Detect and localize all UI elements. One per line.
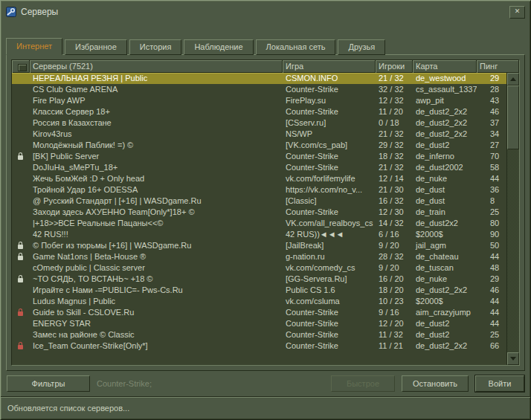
server-row[interactable]: Тройной Удар 16+ ODESSA https://vk.com/n… — [12, 184, 506, 196]
server-row[interactable]: CS Club Game ARENA Counter-Strike 32 / 3… — [12, 84, 506, 95]
server-row[interactable]: Fire Play AWP FirePlay.su 12 / 32 awp_pi… — [12, 95, 506, 106]
server-map: de_dust2_2x2 — [413, 340, 477, 352]
server-name: ~ТО СЯДЬ, ТО ВСТАНЬ~ +18 © — [30, 274, 283, 285]
server-game: VK.com/all_realboys_cs — [283, 218, 376, 229]
server-row[interactable]: |+18>>ВСЕ Реальные Пацаны<<© VK.com/all_… — [12, 218, 506, 229]
server-map: aim_crazyjump — [413, 307, 477, 318]
server-players: 18 / 32 — [376, 151, 413, 162]
server-name: Ludus Magnus | Public — [30, 296, 283, 307]
tab-friends[interactable]: Друзья — [338, 39, 385, 55]
server-ping: 34 — [477, 129, 506, 140]
server-map: de_inferno — [413, 151, 477, 162]
server-map: de_chateau — [413, 251, 477, 262]
server-name: Играйте с Нами -=PUBLIC=- Pws-Cs.Ru — [30, 285, 283, 296]
column-header-servers[interactable]: Серверы (7521) — [30, 60, 283, 73]
server-row[interactable]: Играйте с Нами -=PUBLIC=- Pws-Cs.Ru Publ… — [12, 285, 506, 296]
server-row[interactable]: Россия в Казахстане [CSserv.ru] 0 / 18 d… — [12, 117, 506, 129]
tab-favorites[interactable]: Избранное — [65, 39, 127, 55]
server-row[interactable]: НЕРЕАЛЬНАЯ РЕЗНЯ | Public CSMON.INFO 21 … — [12, 73, 506, 84]
server-row[interactable]: 42 RUS!!! 42 RUS))◄◄◄ 6 / 16 $2000$ 90 — [12, 229, 506, 240]
server-map: de_dust2_2x2 — [413, 285, 477, 296]
server-row[interactable]: Kirov43rus NS/WP 21 / 32 de_dust2_2x2 34 — [12, 129, 506, 140]
server-ping: 58 — [477, 162, 506, 173]
server-game: Counter-Strike — [283, 340, 376, 352]
tab-internet[interactable]: Интернет — [6, 38, 62, 55]
server-map: de_dust2 — [413, 329, 477, 340]
column-header-game[interactable]: Игра — [283, 60, 376, 73]
column-header-icons[interactable] — [12, 60, 30, 73]
server-game: FirePlay.su — [283, 95, 376, 106]
server-map: de_train — [413, 207, 477, 218]
server-ping: 44 — [477, 173, 506, 184]
server-players: 21 / 32 — [376, 162, 413, 173]
server-row[interactable]: ENERGY STAR Counter-Strike 12 / 20 de_du… — [12, 318, 506, 329]
server-row[interactable]: Guide to Skill - CSLOVE.Ru Counter-Strik… — [12, 307, 506, 318]
scrollbar[interactable] — [506, 73, 519, 365]
server-row[interactable]: ~ТО СЯДЬ, ТО ВСТАНЬ~ +18 © [GG-Servera.R… — [12, 274, 506, 285]
server-ping: 43 — [477, 95, 506, 106]
server-row[interactable]: [BK] Public Server Counter-Strike 18 / 3… — [12, 151, 506, 162]
server-row[interactable]: @ Русский Стандарт | [+16] | WASDgame.Ru… — [12, 196, 506, 207]
stop-button[interactable]: Остановить — [402, 375, 469, 392]
server-game: Counter-Strike — [283, 162, 376, 173]
column-header-ping[interactable]: Пинг — [477, 60, 519, 73]
server-row[interactable]: Жечь БомЖей :D + Only head vk.com/forlif… — [12, 173, 506, 184]
server-map: de_dust2x2 — [413, 218, 477, 229]
server-ping: 44 — [477, 318, 506, 329]
server-game: [JailBreak] — [283, 240, 376, 251]
server-row[interactable]: DoJIuHa_sMePTu_18+ Counter-Strike 21 / 3… — [12, 162, 506, 173]
server-name: 42 RUS!!! — [30, 229, 283, 240]
server-name: Классик Сервер 18+ — [30, 106, 283, 117]
server-map: de_tuscan — [413, 262, 477, 274]
server-players: 9 / 20 — [376, 240, 413, 251]
server-row[interactable]: Молодёжный Паблик! =) © [VK.com/cs_pab] … — [12, 140, 506, 151]
server-game: Counter-Strike — [283, 84, 376, 95]
server-ping: 44 — [477, 296, 506, 307]
server-row[interactable]: Ludus Magnus | Public vk.com/csluma 10 /… — [12, 296, 506, 307]
tab-spectate[interactable]: Наблюдение — [184, 39, 253, 55]
server-name: Fire Play AWP — [30, 95, 283, 106]
server-row[interactable]: Game Nat1ons | Beta-House ® g-nation.ru … — [12, 251, 506, 262]
connect-button[interactable]: Войти — [475, 375, 524, 392]
server-players: 29 / 32 — [376, 140, 413, 151]
server-map: de_dust — [413, 196, 477, 207]
server-players: 9 / 16 — [376, 307, 413, 318]
server-row[interactable]: cOmedy public | Classic server vk.com/co… — [12, 262, 506, 274]
close-button[interactable]: ✕ — [509, 6, 525, 19]
column-header-players[interactable]: Игроки — [376, 60, 413, 73]
server-ping: 8 — [477, 196, 506, 207]
server-name: Ice_Team Counter-Strike[Only*] — [30, 340, 283, 352]
server-row[interactable]: © Побег из тюрьмы [+16] | WASDgame.Ru [J… — [12, 240, 506, 251]
server-name: Замес на районе © Classic — [30, 329, 283, 340]
server-row[interactable]: Замес на районе © Classic Counter-Strike… — [12, 329, 506, 340]
scroll-down-button[interactable] — [507, 352, 519, 365]
server-map: de_dust2 — [413, 318, 477, 329]
server-name: Молодёжный Паблик! =) © — [30, 140, 283, 151]
server-game: vk.com/forlifemylife — [283, 173, 376, 184]
scrollbar-thumb[interactable] — [507, 85, 519, 149]
scroll-up-button[interactable] — [507, 73, 519, 85]
column-header-map[interactable]: Карта — [413, 60, 477, 73]
tab-lan[interactable]: Локальная сеть — [256, 39, 336, 55]
titlebar: Серверы ✕ — [1, 1, 530, 22]
scrollbar-track[interactable] — [507, 85, 519, 352]
quick-button[interactable]: Быстрое — [331, 375, 395, 392]
server-row[interactable]: Заходи здесь АХУЕННО Team[Only*]18+ © Co… — [12, 207, 506, 218]
server-name: Жечь БомЖей :D + Only head — [30, 173, 283, 184]
server-ping: 46 — [477, 106, 506, 117]
server-game: 42 RUS))◄◄◄ — [283, 229, 376, 240]
filters-button[interactable]: Фильтры — [7, 375, 90, 392]
server-row[interactable]: Классик Сервер 18+ Counter-Strike 11 / 2… — [12, 106, 506, 117]
server-row[interactable]: Ice_Team Counter-Strike[Only*] Counter-S… — [12, 340, 506, 352]
server-players: 6 / 16 — [376, 229, 413, 240]
server-name: ENERGY STAR — [30, 318, 283, 329]
server-game: [GG-Servera.Ru] — [283, 274, 376, 285]
server-map: $2000$ — [413, 229, 477, 240]
server-players: 21 / 30 — [376, 184, 413, 196]
tab-history[interactable]: История — [129, 39, 182, 55]
server-ping: 44 — [477, 251, 506, 262]
server-map: de_dust2002 — [413, 162, 477, 173]
lock-icon — [18, 245, 23, 249]
server-ping: 28 — [477, 84, 506, 95]
lock-icon — [18, 155, 23, 160]
